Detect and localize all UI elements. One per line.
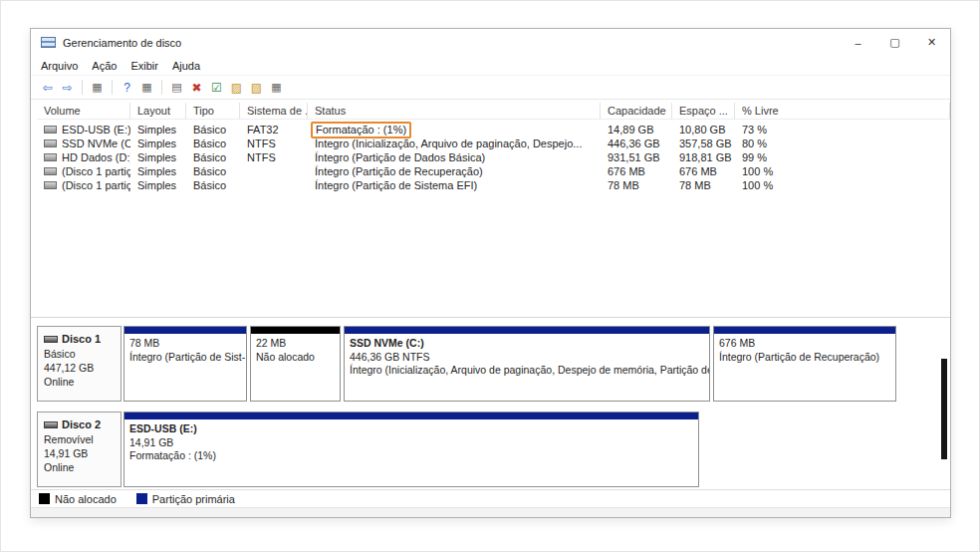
- volume-sistema: NTFS: [240, 138, 308, 149]
- volume-espaco: 676 MB: [672, 165, 735, 177]
- volume-livre: 99 %: [735, 151, 950, 163]
- scrollbar-thumb[interactable]: [941, 359, 947, 460]
- partition-color-bar: [714, 327, 895, 334]
- legend-primary-partition: Partição primária: [136, 493, 235, 505]
- partition-status: Íntegro (Partição de Sist-: [129, 351, 241, 365]
- volume-layout: Simples: [130, 124, 186, 136]
- col-tipo[interactable]: Tipo: [186, 103, 240, 120]
- formatting-highlight-annotation: Formatação : (1%): [311, 122, 411, 138]
- menu-arquivo[interactable]: Arquivo: [34, 58, 85, 74]
- partition-recovery[interactable]: 676 MB Íntegro (Partição de Recuperação): [713, 326, 896, 402]
- volume-name: (Disco 1 partição 1): [62, 179, 130, 191]
- volume-sistema: FAT32: [240, 124, 308, 136]
- disk-1-info[interactable]: Disco 1 Básico 447,12 GB Online: [37, 326, 122, 402]
- volume-espaco: 918,81 GB: [672, 151, 735, 163]
- disk-management-window: Gerenciamento de disco – ▢ ✕ Arquivo Açã…: [30, 28, 951, 518]
- col-capacidade[interactable]: Capacidade: [601, 103, 672, 120]
- disk-management-app-icon[interactable]: [41, 37, 56, 48]
- partition-efi-system[interactable]: 78 MB Íntegro (Partição de Sist-: [123, 326, 247, 402]
- toolbar-separator: [112, 80, 113, 95]
- close-button[interactable]: ✕: [913, 29, 950, 56]
- disk-size: 447,12 GB: [44, 361, 118, 375]
- volume-row-hd-dados[interactable]: HD Dados (D:) Simples Básico NTFS Íntegr…: [37, 150, 950, 164]
- vertical-scrollbar[interactable]: [940, 328, 948, 481]
- back-icon[interactable]: ⇦: [38, 78, 57, 97]
- menu-exibir[interactable]: Exibir: [123, 58, 165, 74]
- col-espaco[interactable]: Espaço ...: [672, 103, 735, 120]
- attributes-icon[interactable]: ▤: [167, 78, 186, 97]
- minimize-button[interactable]: –: [840, 29, 876, 56]
- details-view-icon[interactable]: ▦: [267, 78, 286, 97]
- partition-size: 14,91 GB: [129, 436, 693, 450]
- delete-volume-icon[interactable]: ✖: [187, 78, 206, 97]
- volume-layout: Simples: [130, 138, 186, 149]
- volume-status: Formatação : (1%): [308, 122, 601, 138]
- volume-table-header: Volume Layout Tipo Sistema de ... Status…: [37, 103, 950, 120]
- volume-status: Íntegro (Inicialização, Arquivo de pagin…: [308, 138, 601, 149]
- volume-name: (Disco 1 partição 4): [62, 165, 130, 177]
- partition-size: 446,36 GB NTFS: [350, 351, 704, 365]
- volume-name: ESD-USB (E:): [62, 124, 130, 136]
- menu-ajuda[interactable]: Ajuda: [165, 58, 207, 74]
- volume-espaco: 10,80 GB: [672, 124, 735, 136]
- col-sistema[interactable]: Sistema de ...: [240, 103, 308, 120]
- legend-bar: Não alocado Partição primária: [31, 489, 950, 507]
- new-volume-icon[interactable]: ▨: [227, 78, 246, 97]
- disk-name: Disco 1: [62, 332, 101, 346]
- disk-type: Removível: [44, 432, 118, 446]
- col-status[interactable]: Status: [308, 103, 601, 120]
- partition-status: Formatação : (1%): [129, 449, 693, 463]
- volume-livre: 80 %: [735, 138, 950, 149]
- legend-unallocated: Não alocado: [39, 493, 117, 505]
- menubar: Arquivo Ação Exibir Ajuda: [31, 56, 950, 75]
- partition-esd-usb-e[interactable]: ESD-USB (E:) 14,91 GB Formatação : (1%): [123, 412, 699, 487]
- volume-icon: [44, 167, 57, 175]
- volume-row-disco1-particao4[interactable]: (Disco 1 partição 4) Simples Básico Ínte…: [37, 164, 950, 178]
- partition-unallocated[interactable]: 22 MB Não alocado: [250, 326, 341, 402]
- forward-icon[interactable]: ⇨: [58, 78, 77, 97]
- statusbar: [31, 507, 950, 517]
- legend-primary-label: Partição primária: [152, 493, 235, 505]
- col-layout[interactable]: Layout: [130, 103, 186, 120]
- menu-acao[interactable]: Ação: [85, 58, 123, 74]
- help-icon[interactable]: ?: [118, 78, 136, 97]
- col-livre[interactable]: % Livre: [735, 103, 950, 120]
- partition-size: 78 MB: [129, 337, 241, 351]
- maximize-button[interactable]: ▢: [876, 29, 913, 56]
- volume-icon: [44, 126, 57, 134]
- volume-capacidade: 78 MB: [601, 179, 672, 191]
- volume-row-disco1-particao1[interactable]: (Disco 1 partição 1) Simples Básico Ínte…: [37, 178, 950, 192]
- properties-icon[interactable]: ▦: [137, 78, 156, 97]
- volume-status: Íntegro (Partição de Sistema EFI): [308, 179, 601, 191]
- legend-unallocated-label: Não alocado: [55, 493, 117, 505]
- disk-size: 14,91 GB: [44, 446, 118, 460]
- partition-status: Íntegro (Inicialização, Arquivo de pagin…: [350, 364, 704, 378]
- volume-layout: Simples: [130, 151, 186, 163]
- disk-status: Online: [44, 375, 118, 389]
- partition-color-bar: [251, 327, 340, 334]
- formatting-status-text: Formatação : (1%): [316, 124, 406, 136]
- mark-active-icon[interactable]: ☑: [207, 78, 226, 97]
- graphical-view-pane: Disco 1 Básico 447,12 GB Online 78 MB Ín…: [31, 317, 950, 489]
- disk-1-partitions: 78 MB Íntegro (Partição de Sist- 22 MB N…: [123, 326, 896, 402]
- console-tree-icon[interactable]: ▦: [88, 78, 107, 97]
- extend-volume-icon[interactable]: ▧: [247, 78, 266, 97]
- partition-title: ESD-USB (E:): [129, 422, 693, 436]
- partition-color-bar: [124, 413, 698, 419]
- partition-ssd-nvme-c[interactable]: SSD NVMe (C:) 446,36 GB NTFS Íntegro (In…: [344, 326, 710, 402]
- volume-livre: 100 %: [735, 179, 950, 191]
- disk-strip-1: Disco 1 Básico 447,12 GB Online 78 MB Ín…: [37, 326, 950, 402]
- volume-tipo: Básico: [186, 165, 240, 177]
- volume-espaco: 357,58 GB: [672, 138, 735, 149]
- col-volume[interactable]: Volume: [37, 103, 130, 120]
- volume-row-esd-usb[interactable]: ESD-USB (E:) Simples Básico FAT32 Format…: [37, 123, 950, 137]
- disk-type: Básico: [44, 347, 118, 361]
- screenshot-canvas: Gerenciamento de disco – ▢ ✕ Arquivo Açã…: [0, 0, 980, 552]
- unallocated-swatch-icon: [39, 493, 50, 504]
- volume-row-ssd-nvme[interactable]: SSD NVMe (C:) Simples Básico NTFS Íntegr…: [37, 137, 950, 150]
- partition-status: Não alocado: [256, 351, 335, 365]
- disk-2-partitions: ESD-USB (E:) 14,91 GB Formatação : (1%): [123, 412, 699, 487]
- volume-list-pane: Volume Layout Tipo Sistema de ... Status…: [31, 100, 950, 317]
- titlebar[interactable]: Gerenciamento de disco – ▢ ✕: [31, 29, 950, 56]
- disk-2-info[interactable]: Disco 2 Removível 14,91 GB Online: [37, 412, 122, 487]
